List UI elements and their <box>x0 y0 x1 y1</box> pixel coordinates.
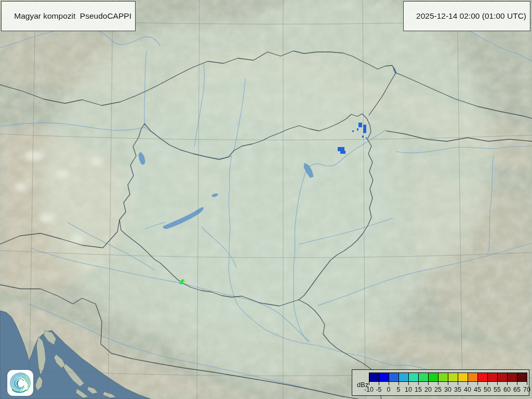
timestamp-box: 2025-12-14 02:00 (01:00 UTC) <box>403 1 530 31</box>
radar-coverage-core <box>125 62 395 332</box>
legend-tick <box>408 381 409 385</box>
legend-tick <box>458 381 458 385</box>
legend-tick <box>487 381 488 385</box>
legend-tick <box>438 381 438 385</box>
legend-swatch <box>477 373 488 382</box>
echo-0-5-dbz <box>362 136 364 138</box>
legend-swatch <box>418 373 429 382</box>
echo-0-5-dbz <box>357 128 358 130</box>
echo-0-5-dbz <box>340 151 345 154</box>
legend-swatch <box>379 373 389 382</box>
legend-tick <box>468 381 468 385</box>
hungaromet-logo <box>7 370 33 396</box>
product-label-box: Magyar kompozit PseudoCAPPI <box>1 1 136 31</box>
echo-0-5-dbz <box>358 123 362 127</box>
legend-swatch <box>458 373 468 382</box>
legend-swatch <box>448 373 458 382</box>
legend-tick <box>527 381 527 385</box>
legend-tick <box>477 381 478 385</box>
legend-tick <box>389 381 389 385</box>
legend-tick <box>497 381 498 385</box>
legend-swatch <box>398 373 409 382</box>
legend-swatch <box>428 373 438 382</box>
legend-tick <box>398 381 399 385</box>
echo-0-5-dbz <box>338 147 344 151</box>
radar-composite-screen: Magyar kompozit PseudoCAPPI 2025-12-14 0… <box>0 0 532 399</box>
timestamp-label: 2025-12-14 02:00 (01:00 UTC) <box>416 11 526 20</box>
legend-color-scale <box>369 373 527 381</box>
legend-tick <box>369 381 369 385</box>
legend-tick <box>448 381 448 385</box>
legend-tick-label: 70 <box>518 386 532 393</box>
legend-tick <box>428 381 429 385</box>
product-label: Magyar kompozit PseudoCAPPI <box>14 11 131 20</box>
legend-swatch <box>389 373 399 382</box>
radar-map <box>0 0 532 399</box>
echo-30-35-dbz <box>183 281 185 282</box>
legend-swatch <box>408 373 419 382</box>
echo-0-5-dbz <box>363 125 366 133</box>
legend-swatch <box>438 373 448 382</box>
legend-swatch <box>517 373 527 382</box>
echo-0-5-dbz <box>352 130 354 132</box>
legend-swatch <box>468 373 478 382</box>
legend-swatch <box>487 373 498 382</box>
spiral-core <box>16 380 21 388</box>
dbz-legend: dBz -10-50510152025303540455055606570 <box>352 369 529 396</box>
legend-tick <box>507 381 508 385</box>
spiral-vortex-icon <box>7 370 33 396</box>
legend-tick <box>379 381 379 385</box>
legend-swatch <box>497 373 508 382</box>
legend-swatch <box>507 373 517 382</box>
legend-tick <box>418 381 419 385</box>
legend-swatch <box>369 373 379 382</box>
legend-tick <box>517 381 517 385</box>
echo-0-5-dbz <box>366 137 367 139</box>
